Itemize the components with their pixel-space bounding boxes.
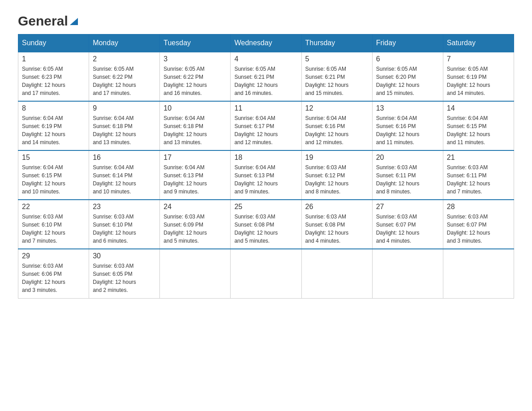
calendar-cell: 9 Sunrise: 6:04 AMSunset: 6:18 PMDayligh…	[89, 101, 160, 150]
calendar-week-row: 22 Sunrise: 6:03 AMSunset: 6:10 PMDaylig…	[18, 200, 514, 249]
calendar-cell: 19 Sunrise: 6:03 AMSunset: 6:12 PMDaylig…	[301, 150, 372, 200]
calendar-cell: 30 Sunrise: 6:03 AMSunset: 6:05 PMDaylig…	[89, 249, 160, 298]
calendar-cell: 23 Sunrise: 6:03 AMSunset: 6:10 PMDaylig…	[89, 200, 160, 249]
day-number: 6	[376, 55, 439, 63]
logo: General	[18, 13, 79, 25]
day-number: 30	[93, 252, 156, 260]
calendar-cell	[372, 249, 443, 298]
day-number: 17	[163, 154, 227, 162]
calendar-header-row: SundayMondayTuesdayWednesdayThursdayFrid…	[18, 34, 514, 52]
day-number: 14	[447, 104, 510, 112]
day-info: Sunrise: 6:03 AMSunset: 6:07 PMDaylight:…	[447, 213, 510, 245]
day-info: Sunrise: 6:03 AMSunset: 6:10 PMDaylight:…	[93, 213, 156, 245]
day-info: Sunrise: 6:03 AMSunset: 6:11 PMDaylight:…	[376, 163, 439, 196]
day-number: 26	[305, 203, 369, 211]
calendar-header-tuesday: Tuesday	[160, 34, 231, 52]
calendar-cell: 27 Sunrise: 6:03 AMSunset: 6:07 PMDaylig…	[372, 200, 443, 249]
day-number: 19	[305, 154, 369, 162]
calendar-cell: 28 Sunrise: 6:03 AMSunset: 6:07 PMDaylig…	[443, 200, 514, 249]
day-number: 11	[234, 104, 297, 112]
calendar-cell: 5 Sunrise: 6:05 AMSunset: 6:21 PMDayligh…	[301, 52, 372, 101]
day-info: Sunrise: 6:04 AMSunset: 6:17 PMDaylight:…	[234, 114, 297, 146]
day-number: 8	[22, 104, 85, 112]
day-info: Sunrise: 6:05 AMSunset: 6:19 PMDaylight:…	[447, 65, 510, 97]
calendar-cell: 13 Sunrise: 6:04 AMSunset: 6:16 PMDaylig…	[372, 101, 443, 150]
day-number: 4	[234, 55, 297, 63]
calendar-cell: 8 Sunrise: 6:04 AMSunset: 6:19 PMDayligh…	[18, 101, 89, 150]
day-number: 9	[93, 104, 156, 112]
page-header: General	[18, 13, 514, 25]
day-info: Sunrise: 6:04 AMSunset: 6:13 PMDaylight:…	[234, 163, 297, 196]
calendar-cell: 20 Sunrise: 6:03 AMSunset: 6:11 PMDaylig…	[372, 150, 443, 200]
calendar-cell: 14 Sunrise: 6:04 AMSunset: 6:15 PMDaylig…	[443, 101, 514, 150]
day-info: Sunrise: 6:04 AMSunset: 6:18 PMDaylight:…	[93, 114, 156, 146]
day-number: 28	[447, 203, 510, 211]
calendar-table: SundayMondayTuesdayWednesdayThursdayFrid…	[18, 34, 514, 299]
calendar-week-row: 15 Sunrise: 6:04 AMSunset: 6:15 PMDaylig…	[18, 150, 514, 200]
calendar-cell: 1 Sunrise: 6:05 AMSunset: 6:23 PMDayligh…	[18, 52, 89, 101]
day-number: 27	[376, 203, 439, 211]
day-number: 24	[163, 203, 227, 211]
calendar-cell: 6 Sunrise: 6:05 AMSunset: 6:20 PMDayligh…	[372, 52, 443, 101]
day-info: Sunrise: 6:03 AMSunset: 6:11 PMDaylight:…	[447, 163, 510, 196]
day-info: Sunrise: 6:03 AMSunset: 6:05 PMDaylight:…	[93, 262, 156, 294]
day-info: Sunrise: 6:04 AMSunset: 6:16 PMDaylight:…	[305, 114, 369, 146]
calendar-header-friday: Friday	[372, 34, 443, 52]
calendar-cell: 10 Sunrise: 6:04 AMSunset: 6:18 PMDaylig…	[160, 101, 231, 150]
day-number: 29	[22, 252, 85, 260]
day-number: 25	[234, 203, 297, 211]
day-info: Sunrise: 6:05 AMSunset: 6:22 PMDaylight:…	[163, 65, 227, 97]
calendar-cell: 21 Sunrise: 6:03 AMSunset: 6:11 PMDaylig…	[443, 150, 514, 200]
calendar-header-thursday: Thursday	[301, 34, 372, 52]
calendar-cell: 18 Sunrise: 6:04 AMSunset: 6:13 PMDaylig…	[231, 150, 301, 200]
calendar-cell	[231, 249, 301, 298]
day-number: 15	[22, 154, 85, 162]
calendar-cell: 25 Sunrise: 6:03 AMSunset: 6:08 PMDaylig…	[231, 200, 301, 249]
day-info: Sunrise: 6:04 AMSunset: 6:16 PMDaylight:…	[376, 114, 439, 146]
day-info: Sunrise: 6:03 AMSunset: 6:10 PMDaylight:…	[22, 213, 85, 245]
day-number: 3	[163, 55, 227, 63]
calendar-cell: 24 Sunrise: 6:03 AMSunset: 6:09 PMDaylig…	[160, 200, 231, 249]
day-number: 1	[22, 55, 85, 63]
calendar-cell	[443, 249, 514, 298]
calendar-cell	[160, 249, 231, 298]
calendar-header-monday: Monday	[89, 34, 160, 52]
day-info: Sunrise: 6:05 AMSunset: 6:21 PMDaylight:…	[305, 65, 369, 97]
day-info: Sunrise: 6:03 AMSunset: 6:08 PMDaylight:…	[305, 213, 369, 245]
day-number: 10	[163, 104, 227, 112]
logo-general-text: General	[18, 13, 68, 29]
day-info: Sunrise: 6:05 AMSunset: 6:21 PMDaylight:…	[234, 65, 297, 97]
calendar-header-saturday: Saturday	[443, 34, 514, 52]
logo-triangle-icon	[69, 16, 79, 26]
day-info: Sunrise: 6:04 AMSunset: 6:19 PMDaylight:…	[22, 114, 85, 146]
calendar-week-row: 1 Sunrise: 6:05 AMSunset: 6:23 PMDayligh…	[18, 52, 514, 101]
day-info: Sunrise: 6:05 AMSunset: 6:22 PMDaylight:…	[93, 65, 156, 97]
day-number: 20	[376, 154, 439, 162]
calendar-cell: 11 Sunrise: 6:04 AMSunset: 6:17 PMDaylig…	[231, 101, 301, 150]
calendar-header-wednesday: Wednesday	[231, 34, 301, 52]
calendar-cell: 7 Sunrise: 6:05 AMSunset: 6:19 PMDayligh…	[443, 52, 514, 101]
day-number: 18	[234, 154, 297, 162]
calendar-cell: 2 Sunrise: 6:05 AMSunset: 6:22 PMDayligh…	[89, 52, 160, 101]
day-info: Sunrise: 6:04 AMSunset: 6:15 PMDaylight:…	[447, 114, 510, 146]
day-number: 21	[447, 154, 510, 162]
day-number: 12	[305, 104, 369, 112]
calendar-cell: 3 Sunrise: 6:05 AMSunset: 6:22 PMDayligh…	[160, 52, 231, 101]
calendar-cell: 12 Sunrise: 6:04 AMSunset: 6:16 PMDaylig…	[301, 101, 372, 150]
day-number: 13	[376, 104, 439, 112]
day-number: 2	[93, 55, 156, 63]
day-info: Sunrise: 6:03 AMSunset: 6:12 PMDaylight:…	[305, 163, 369, 196]
calendar-cell: 29 Sunrise: 6:03 AMSunset: 6:06 PMDaylig…	[18, 249, 89, 298]
calendar-week-row: 8 Sunrise: 6:04 AMSunset: 6:19 PMDayligh…	[18, 101, 514, 150]
calendar-header-sunday: Sunday	[18, 34, 89, 52]
svg-marker-0	[70, 18, 78, 25]
day-number: 23	[93, 203, 156, 211]
calendar-cell: 15 Sunrise: 6:04 AMSunset: 6:15 PMDaylig…	[18, 150, 89, 200]
day-number: 22	[22, 203, 85, 211]
calendar-cell: 4 Sunrise: 6:05 AMSunset: 6:21 PMDayligh…	[231, 52, 301, 101]
day-info: Sunrise: 6:04 AMSunset: 6:15 PMDaylight:…	[22, 163, 85, 196]
day-number: 5	[305, 55, 369, 63]
day-info: Sunrise: 6:05 AMSunset: 6:20 PMDaylight:…	[376, 65, 439, 97]
day-number: 7	[447, 55, 510, 63]
day-info: Sunrise: 6:03 AMSunset: 6:07 PMDaylight:…	[376, 213, 439, 245]
